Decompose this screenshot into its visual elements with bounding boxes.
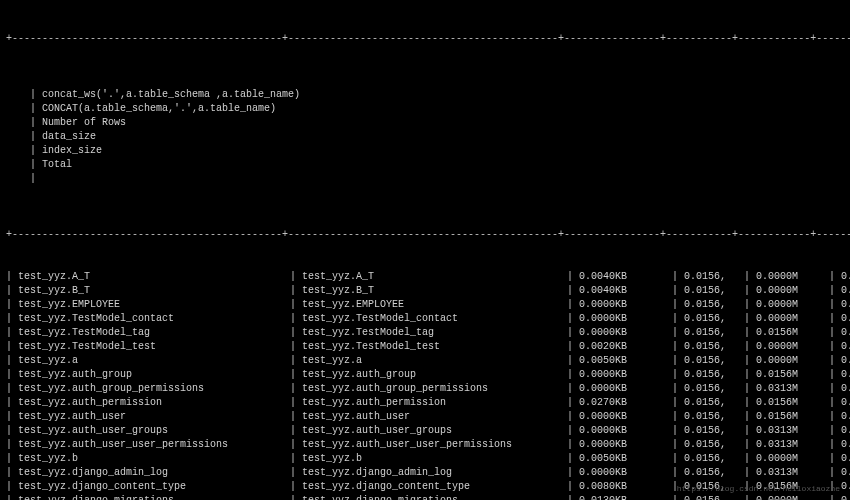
header-c3: Number of Rows — [42, 116, 135, 130]
cell-concat: test_yyz.django_admin_log — [302, 466, 567, 480]
cell-data-size: 0.0156, — [684, 326, 744, 340]
cell-data-size: 0.0156, — [684, 312, 744, 326]
cell-rows: 0.0000KB — [579, 410, 672, 424]
cell-concat-ws: test_yyz.auth_group — [18, 368, 290, 382]
cell-concat: test_yyz.auth_user_groups — [302, 424, 567, 438]
cell-data-size: 0.0156, — [684, 438, 744, 452]
cell-concat-ws: test_yyz.django_migrations — [18, 494, 290, 500]
cell-total: 0.0156M — [841, 340, 850, 354]
table-row: | test_yyz.b| test_yyz.b| 0.0050KB| 0.01… — [6, 452, 844, 466]
cell-concat: test_yyz.auth_user — [302, 410, 567, 424]
cell-total: 0.0156M — [841, 494, 850, 500]
cell-data-size: 0.0156, — [684, 424, 744, 438]
cell-index-size: 0.0000M — [756, 270, 829, 284]
cell-index-size: 0.0000M — [756, 298, 829, 312]
cell-concat: test_yyz.django_content_type — [302, 480, 567, 494]
cell-rows: 0.0000KB — [579, 466, 672, 480]
header-c4: data_size — [42, 130, 102, 144]
cell-data-size: 0.0156, — [684, 410, 744, 424]
cell-data-size: 0.0156, — [684, 298, 744, 312]
table-row: | test_yyz.TestModel_contact| test_yyz.T… — [6, 312, 844, 326]
cell-concat-ws: test_yyz.auth_permission — [18, 396, 290, 410]
cell-concat-ws: test_yyz.auth_user — [18, 410, 290, 424]
table-row: | test_yyz.a| test_yyz.a| 0.0050KB| 0.01… — [6, 354, 844, 368]
cell-index-size: 0.0000M — [756, 340, 829, 354]
cell-concat-ws: test_yyz.b — [18, 452, 290, 466]
cell-rows: 0.0000KB — [579, 312, 672, 326]
cell-index-size: 0.0156M — [756, 326, 829, 340]
cell-total: 0.0156M — [841, 270, 850, 284]
table-row: | test_yyz.auth_user| test_yyz.auth_user… — [6, 410, 844, 424]
cell-rows: 0.0000KB — [579, 368, 672, 382]
cell-rows: 0.0000KB — [579, 298, 672, 312]
cell-total: 0.0156M — [841, 284, 850, 298]
table-row: | test_yyz.auth_user_user_permissions| t… — [6, 438, 844, 452]
cell-total: 0.0313M — [841, 410, 850, 424]
cell-concat-ws: test_yyz.a — [18, 354, 290, 368]
cell-data-size: 0.0156, — [684, 354, 744, 368]
cell-rows: 0.0000KB — [579, 326, 672, 340]
cell-total: 0.0156M — [841, 452, 850, 466]
table-row: | test_yyz.TestModel_tag| test_yyz.TestM… — [6, 326, 844, 340]
cell-index-size: 0.0156M — [756, 368, 829, 382]
cell-index-size: 0.0313M — [756, 424, 829, 438]
cell-concat-ws: test_yyz.django_content_type — [18, 480, 290, 494]
cell-rows: 0.0040KB — [579, 284, 672, 298]
cell-concat-ws: test_yyz.auth_user_groups — [18, 424, 290, 438]
cell-rows: 0.0050KB — [579, 354, 672, 368]
separator-top: +---------------------------------------… — [6, 32, 844, 46]
cell-concat: test_yyz.auth_group — [302, 368, 567, 382]
cell-rows: 0.0020KB — [579, 340, 672, 354]
cell-concat: test_yyz.a — [302, 354, 567, 368]
table-row: | test_yyz.A_T| test_yyz.A_T| 0.0040KB| … — [6, 270, 844, 284]
cell-data-size: 0.0156, — [684, 270, 744, 284]
cell-index-size: 0.0000M — [756, 452, 829, 466]
cell-rows: 0.0000KB — [579, 382, 672, 396]
cell-concat: test_yyz.auth_group_permissions — [302, 382, 567, 396]
cell-concat: test_yyz.b — [302, 452, 567, 466]
table-row: | test_yyz.auth_permission| test_yyz.aut… — [6, 396, 844, 410]
cell-concat-ws: test_yyz.A_T — [18, 270, 290, 284]
cell-total: 0.0156M — [841, 354, 850, 368]
cell-concat-ws: test_yyz.auth_group_permissions — [18, 382, 290, 396]
cell-data-size: 0.0156, — [684, 340, 744, 354]
separator-mid: +---------------------------------------… — [6, 228, 844, 242]
cell-concat: test_yyz.A_T — [302, 270, 567, 284]
header-row: | concat_ws('.',a.table_schema ,a.table_… — [6, 74, 844, 200]
table-row: | test_yyz.B_T| test_yyz.B_T| 0.0040KB| … — [6, 284, 844, 298]
cell-total: 0.0156M — [841, 298, 850, 312]
table-row: | test_yyz.django_admin_log| test_yyz.dj… — [6, 466, 844, 480]
cell-index-size: 0.0000M — [756, 354, 829, 368]
cell-data-size: 0.0156, — [684, 396, 744, 410]
cell-concat-ws: test_yyz.EMPLOYEE — [18, 298, 290, 312]
cell-total: 0.0313M — [841, 326, 850, 340]
table-row: | test_yyz.TestModel_test| test_yyz.Test… — [6, 340, 844, 354]
cell-concat: test_yyz.EMPLOYEE — [302, 298, 567, 312]
watermark: https://blog.csdn.net/helloxiaozhe — [677, 482, 840, 496]
cell-total: 0.0313M — [841, 480, 850, 494]
cell-rows: 0.0000KB — [579, 438, 672, 452]
cell-concat: test_yyz.B_T — [302, 284, 567, 298]
cell-concat-ws: test_yyz.django_admin_log — [18, 466, 290, 480]
cell-total: 0.0156M — [841, 312, 850, 326]
cell-rows: 0.0130KB — [579, 494, 672, 500]
cell-data-size: 0.0156, — [684, 284, 744, 298]
cell-index-size: 0.0000M — [756, 284, 829, 298]
cell-concat: test_yyz.TestModel_test — [302, 340, 567, 354]
header-c2: CONCAT(a.table_schema,'.',a.table_name) — [42, 102, 307, 116]
cell-total: 0.0469M — [841, 466, 850, 480]
cell-concat-ws: test_yyz.B_T — [18, 284, 290, 298]
table-row: | test_yyz.auth_group_permissions| test_… — [6, 382, 844, 396]
cell-rows: 0.0050KB — [579, 452, 672, 466]
header-c6: Total — [42, 158, 102, 172]
cell-concat-ws: test_yyz.TestModel_tag — [18, 326, 290, 340]
cell-data-size: 0.0156, — [684, 452, 744, 466]
sql-result-output: +---------------------------------------… — [0, 0, 850, 500]
table-row: | test_yyz.auth_group| test_yyz.auth_gro… — [6, 368, 844, 382]
cell-concat: test_yyz.django_migrations — [302, 494, 567, 500]
cell-data-size: 0.0156, — [684, 466, 744, 480]
cell-index-size: 0.0313M — [756, 382, 829, 396]
cell-index-size: 0.0313M — [756, 438, 829, 452]
cell-data-size: 0.0156, — [684, 382, 744, 396]
cell-concat: test_yyz.TestModel_contact — [302, 312, 567, 326]
